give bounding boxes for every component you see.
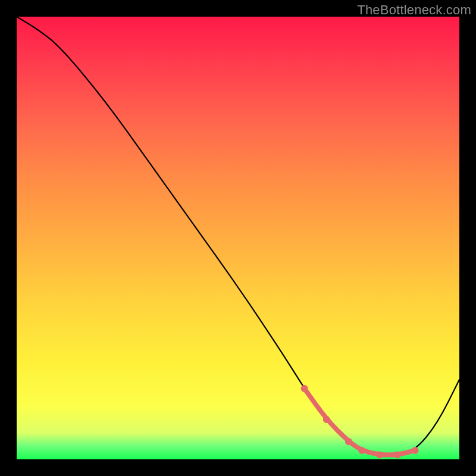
highlight-curve-path [305, 389, 415, 455]
highlight-dot [345, 438, 352, 445]
highlight-dot [376, 452, 383, 459]
bottleneck-curve-path [17, 17, 459, 455]
bottleneck-line-chart [17, 17, 459, 459]
highlight-dot [358, 447, 365, 454]
highlight-dot [323, 416, 330, 423]
highlight-dot [412, 447, 419, 454]
highlight-dot [301, 385, 308, 392]
highlight-dot [394, 452, 401, 459]
attribution-text: TheBottleneck.com [357, 2, 471, 18]
chart-plot-area [17, 17, 459, 459]
